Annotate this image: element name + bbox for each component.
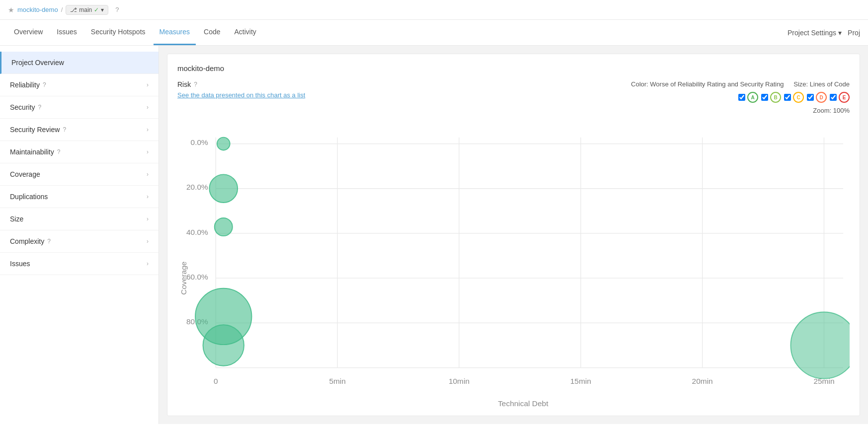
chevron-right-icon: › xyxy=(147,104,149,111)
bubble-6[interactable] xyxy=(790,312,850,378)
zoom-text: Zoom: xyxy=(813,107,831,114)
tab-security-hotspots[interactable]: Security Hotspots xyxy=(85,20,152,45)
chart-area: mockito-demo Risk ? See the data present… xyxy=(167,54,860,416)
top-bar: ★ mockito-demo / ⎇ main ✓ ▾ ? xyxy=(0,0,868,20)
sidebar-item-security[interactable]: Security ? › xyxy=(0,96,158,119)
help-icon[interactable]: ? xyxy=(38,104,42,111)
nav-tabs: Overview Issues Security Hotspots Measur… xyxy=(0,20,868,46)
breadcrumb: ★ mockito-demo / ⎇ main ✓ ▾ ? xyxy=(8,5,119,15)
bubble-5[interactable] xyxy=(203,325,244,365)
chart-header: Risk ? See the data presented on this ch… xyxy=(177,80,850,114)
chevron-right-icon: › xyxy=(147,171,149,178)
chevron-right-icon: › xyxy=(147,126,149,133)
bubble-3[interactable] xyxy=(215,218,233,236)
risk-text: Risk xyxy=(177,80,191,88)
sidebar-item-duplications[interactable]: Duplications › xyxy=(0,186,158,208)
branch-icon: ⎇ xyxy=(70,6,77,13)
legend-circle-C: C xyxy=(793,92,804,103)
project-settings-button[interactable]: Project Settings ▾ xyxy=(788,29,842,37)
branch-check-icon: ✓ xyxy=(94,6,99,13)
project-settings-dropdown-icon: ▾ xyxy=(838,29,842,37)
star-icon[interactable]: ★ xyxy=(8,6,14,14)
chevron-right-icon: › xyxy=(147,260,149,267)
size-desc: Lines of Code xyxy=(810,80,850,88)
x-tick-5: 5min xyxy=(329,377,346,385)
sidebar-item-label: Size xyxy=(10,215,23,223)
color-desc: Worse of Reliability Rating and Security… xyxy=(650,80,784,88)
tab-overview[interactable]: Overview xyxy=(8,20,49,45)
breadcrumb-separator: / xyxy=(61,6,63,13)
x-tick-20: 20min xyxy=(692,377,713,385)
sidebar: Project Overview Reliability ? › Securit… xyxy=(0,46,159,424)
legend-checkbox-C[interactable] xyxy=(784,94,791,101)
legend-item-D: D xyxy=(807,92,827,103)
main-content: Project Overview Reliability ? › Securit… xyxy=(0,46,868,424)
sidebar-item-label: Issues xyxy=(10,260,30,268)
x-tick-0: 0 xyxy=(214,377,218,385)
chart-right: Color: Worse of Reliability Rating and S… xyxy=(631,80,850,114)
color-label: Color: xyxy=(631,80,648,88)
y-axis-label: Coverage xyxy=(179,262,188,295)
help-icon[interactable]: ? xyxy=(57,148,61,155)
chart-left: Risk ? See the data presented on this ch… xyxy=(177,80,305,99)
bubble-2[interactable] xyxy=(209,174,237,203)
chart-meta: Color: Worse of Reliability Rating and S… xyxy=(631,80,850,88)
sidebar-item-maintainability[interactable]: Maintainability ? › xyxy=(0,141,158,163)
chart-project-title: mockito-demo xyxy=(177,64,850,72)
tab-activity[interactable]: Activity xyxy=(228,20,262,45)
proj-label: Proj xyxy=(848,29,860,37)
project-settings-label: Project Settings xyxy=(788,29,836,37)
legend-circle-D: D xyxy=(816,92,827,103)
zoom-label: Zoom: 100% xyxy=(813,107,850,114)
sidebar-item-coverage[interactable]: Coverage › xyxy=(0,163,158,186)
sidebar-item-label: Reliability ? xyxy=(10,81,46,89)
legend-item-A: A xyxy=(738,92,758,103)
risk-help-icon[interactable]: ? xyxy=(194,81,197,88)
sidebar-item-project-overview[interactable]: Project Overview xyxy=(0,52,158,74)
legend-item-C: C xyxy=(784,92,804,103)
chevron-right-icon: › xyxy=(147,81,149,88)
chart-legend: A B C D xyxy=(738,92,850,103)
sidebar-item-label: Duplications xyxy=(10,193,48,201)
help-icon[interactable]: ? xyxy=(43,81,46,88)
legend-checkbox-A[interactable] xyxy=(738,94,745,101)
x-axis-label: Technical Debt xyxy=(498,399,549,408)
sidebar-item-label: Security ? xyxy=(10,103,41,111)
see-data-link[interactable]: See the data presented on this chart as … xyxy=(177,91,305,99)
legend-checkbox-B[interactable] xyxy=(761,94,768,101)
risk-label: Risk ? xyxy=(177,80,305,88)
tab-measures[interactable]: Measures xyxy=(154,20,196,45)
sidebar-item-security-review[interactable]: Security Review ? › xyxy=(0,119,158,141)
sidebar-item-reliability[interactable]: Reliability ? › xyxy=(0,74,158,96)
project-name[interactable]: mockito-demo xyxy=(17,6,58,13)
sidebar-item-label: Coverage xyxy=(10,170,40,178)
chevron-right-icon: › xyxy=(147,148,149,155)
legend-item-E: E xyxy=(830,92,850,103)
y-tick-0: 0.0% xyxy=(191,138,208,146)
legend-circle-E: E xyxy=(839,92,850,103)
legend-checkbox-D[interactable] xyxy=(807,94,814,101)
sidebar-item-label: Complexity ? xyxy=(10,237,51,245)
chevron-right-icon: › xyxy=(147,193,149,200)
branch-dropdown-icon: ▾ xyxy=(101,6,104,13)
tab-issues[interactable]: Issues xyxy=(51,20,82,45)
branch-name: main xyxy=(79,6,92,13)
chevron-right-icon: › xyxy=(147,215,149,222)
bubble-1[interactable] xyxy=(217,138,230,150)
sidebar-item-size[interactable]: Size › xyxy=(0,208,158,230)
legend-checkbox-E[interactable] xyxy=(830,94,837,101)
branch-selector[interactable]: ⎇ main ✓ ▾ xyxy=(66,5,108,15)
help-icon[interactable]: ? xyxy=(47,238,51,245)
sidebar-item-label: Project Overview xyxy=(11,59,64,67)
sidebar-item-label: Security Review ? xyxy=(10,126,66,134)
help-icon[interactable]: ? xyxy=(63,126,66,133)
y-tick-20: 20.0% xyxy=(186,183,208,191)
chevron-right-icon: › xyxy=(147,238,149,245)
nav-right: Project Settings ▾ Proj xyxy=(788,29,860,37)
sidebar-item-complexity[interactable]: Complexity ? › xyxy=(0,230,158,253)
sidebar-item-issues[interactable]: Issues › xyxy=(0,253,158,275)
legend-circle-A: A xyxy=(747,92,758,103)
tab-code[interactable]: Code xyxy=(198,20,226,45)
help-icon[interactable]: ? xyxy=(115,6,119,13)
zoom-value: 100% xyxy=(833,107,850,114)
